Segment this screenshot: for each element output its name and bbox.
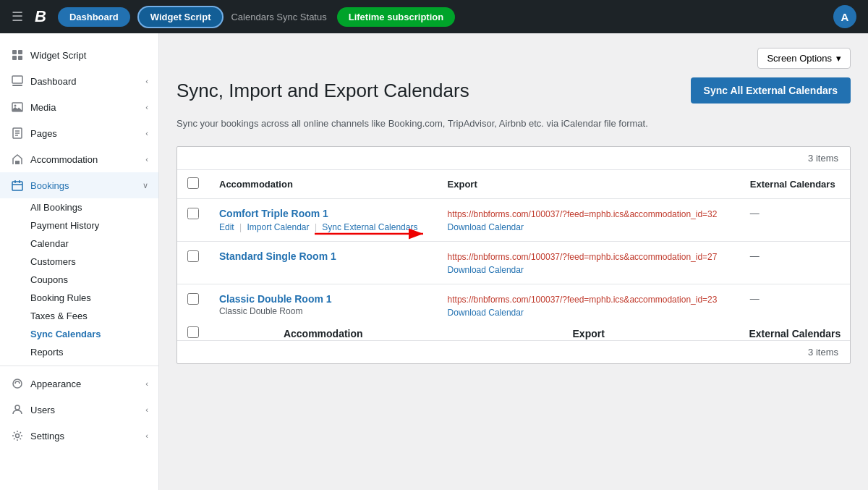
items-count-bottom: 3 items <box>177 340 850 363</box>
col-external-calendars-bottom: External Calendars <box>740 326 850 340</box>
sidebar-item-label: Bookings <box>30 180 137 191</box>
table-row: Classic Double Room 1 Classic Double Roo… <box>177 284 850 327</box>
sidebar-item-taxes-fees[interactable]: Taxes & Fees <box>30 307 158 325</box>
chevron-right-icon: ‹ <box>145 405 148 414</box>
svg-point-7 <box>14 105 17 107</box>
download-calendar-link[interactable]: Download Calendar <box>448 222 730 232</box>
topbar: ☰ B Dashboard Widget Script Calendars Sy… <box>0 0 868 33</box>
sidebar-item-coupons[interactable]: Coupons <box>30 271 158 289</box>
accommodation-link[interactable]: Classic Double Room 1 <box>219 293 332 305</box>
sidebar-item-all-bookings[interactable]: All Bookings <box>30 198 158 216</box>
screen-options-label: Screen Options <box>767 53 832 64</box>
lifetime-subscription-button[interactable]: Lifetime subscription <box>337 7 455 27</box>
sync-status-label: Calendars Sync Status <box>231 12 326 22</box>
row-checkbox[interactable] <box>187 208 199 219</box>
sidebar-item-accommodation[interactable]: Accommodation ‹ <box>0 146 158 172</box>
export-cell: https://bnbforms.com/100037/?feed=mphb.i… <box>438 199 740 242</box>
sidebar-item-label: Users <box>30 405 140 415</box>
sidebar-item-label: Appearance <box>30 379 140 389</box>
chevron-right-icon: ‹ <box>145 431 148 440</box>
export-url: https://bnbforms.com/100037/?feed=mphb.i… <box>448 293 730 306</box>
accommodation-link[interactable]: Comfort Triple Room 1 <box>219 208 328 219</box>
external-cell: — <box>740 242 850 284</box>
sidebar-item-pages[interactable]: Pages ‹ <box>0 120 158 146</box>
external-cell: — <box>740 199 850 242</box>
row-checkbox[interactable] <box>187 250 199 262</box>
table-row: Comfort Triple Room 1 Edit | Import Cale… <box>177 199 850 242</box>
users-icon <box>10 402 25 417</box>
sidebar-item-payment-history[interactable]: Payment History <box>30 216 158 235</box>
sidebar: Widget Script Dashboard ‹ Media ‹ Pages … <box>0 33 159 490</box>
sidebar-item-customers[interactable]: Customers <box>30 253 158 271</box>
svg-rect-12 <box>15 161 17 164</box>
dashboard-button[interactable]: Dashboard <box>58 7 130 27</box>
select-all-checkbox-bottom[interactable] <box>187 326 199 338</box>
svg-rect-2 <box>12 56 17 60</box>
sidebar-item-appearance[interactable]: Appearance ‹ <box>0 371 158 397</box>
dashboard-icon <box>10 74 25 88</box>
edit-link[interactable]: Edit <box>219 222 234 232</box>
sidebar-item-label: Media <box>30 102 140 113</box>
sidebar-item-label: Pages <box>30 128 140 139</box>
row-actions: Edit | Import Calendar | Sync External C… <box>219 222 427 232</box>
separator: | <box>239 222 242 232</box>
sidebar-item-label: Widget Script <box>30 50 148 61</box>
download-calendar-link[interactable]: Download Calendar <box>448 265 730 275</box>
sidebar-item-users[interactable]: Users ‹ <box>0 397 158 423</box>
bookings-submenu: All Bookings Payment History Calendar Cu… <box>0 198 158 361</box>
svg-rect-4 <box>12 76 22 83</box>
sidebar-item-widget-script[interactable]: Widget Script <box>0 42 158 68</box>
svg-point-18 <box>13 379 22 388</box>
svg-rect-0 <box>12 50 17 54</box>
export-cell: https://bnbforms.com/100037/?feed=mphb.i… <box>438 284 740 327</box>
external-cell: — <box>740 284 850 327</box>
menu-icon[interactable]: ☰ <box>12 9 23 25</box>
col-external-calendars: External Calendars <box>740 170 850 199</box>
select-all-checkbox[interactable] <box>187 177 199 189</box>
sidebar-divider <box>0 366 158 366</box>
sidebar-item-bookings[interactable]: Bookings ∨ <box>0 172 158 198</box>
sync-all-button[interactable]: Sync All External Calendars <box>691 77 851 104</box>
export-cell: https://bnbforms.com/100037/?feed=mphb.i… <box>438 242 740 284</box>
screen-options-button[interactable]: Screen Options ▾ <box>757 48 851 69</box>
accommodation-cell: Standard Single Room 1 <box>209 242 438 284</box>
chevron-right-icon: ‹ <box>145 103 148 111</box>
sidebar-item-booking-rules[interactable]: Booking Rules <box>30 289 158 307</box>
appearance-icon <box>10 376 25 391</box>
accommodation-sub-name: Classic Double Room <box>219 306 427 316</box>
row-checkbox[interactable] <box>187 293 199 305</box>
bookings-icon <box>10 178 25 193</box>
external-dash: — <box>750 293 760 304</box>
sync-external-link[interactable]: Sync External Calendars <box>322 222 417 232</box>
avatar[interactable]: A <box>833 5 856 28</box>
separator: | <box>315 222 317 232</box>
page-title: Sync, Import and Export Calendars <box>176 80 469 102</box>
external-dash: — <box>750 250 760 261</box>
sidebar-item-settings[interactable]: Settings ‹ <box>0 423 158 449</box>
sidebar-item-label: Dashboard <box>30 76 140 87</box>
sidebar-item-media[interactable]: Media ‹ <box>0 94 158 120</box>
download-calendar-link[interactable]: Download Calendar <box>448 308 730 318</box>
svg-rect-3 <box>18 56 22 60</box>
chevron-right-icon: ‹ <box>145 77 148 85</box>
accommodation-icon <box>10 152 25 166</box>
external-dash: — <box>750 208 760 219</box>
screen-options-bar: Screen Options ▾ <box>176 48 851 69</box>
chevron-right-icon: ‹ <box>145 379 148 388</box>
svg-rect-1 <box>18 50 22 54</box>
export-url: https://bnbforms.com/100037/?feed=mphb.i… <box>448 208 730 221</box>
sidebar-item-reports[interactable]: Reports <box>30 343 158 361</box>
sidebar-item-calendar[interactable]: Calendar <box>30 235 158 253</box>
import-calendar-link[interactable]: Import Calendar <box>247 222 310 232</box>
calendars-table-wrapper: 3 items Accommodation Export External Ca… <box>176 146 851 364</box>
logo: B <box>35 7 46 26</box>
pages-icon <box>10 126 25 140</box>
widget-script-button[interactable]: Widget Script <box>137 6 224 28</box>
accommodation-link[interactable]: Standard Single Room 1 <box>219 250 336 262</box>
page-header: Sync, Import and Export Calendars Sync A… <box>176 77 851 104</box>
chevron-down-icon: ∨ <box>142 181 148 190</box>
sidebar-item-label: Accommodation <box>30 154 140 165</box>
page-description: Sync your bookings across all online cha… <box>176 118 851 129</box>
sidebar-item-sync-calendars[interactable]: Sync Calendars <box>30 325 158 343</box>
sidebar-item-dashboard[interactable]: Dashboard ‹ <box>0 68 158 94</box>
